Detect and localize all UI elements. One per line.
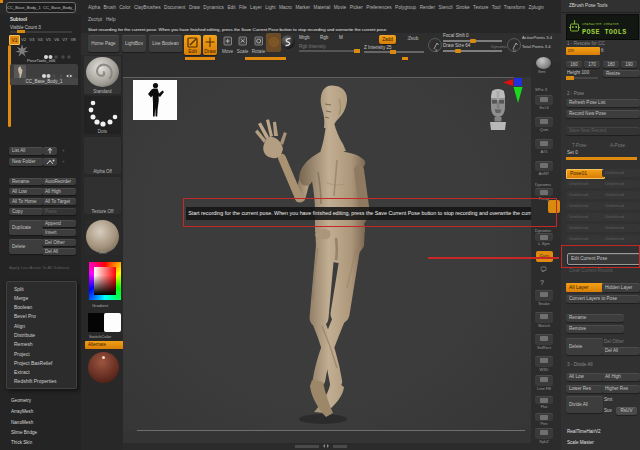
svg-text:S: S xyxy=(435,48,438,53)
svg-text:POSE TOOLS: POSE TOOLS xyxy=(582,28,627,36)
svg-text:Draw: Draw xyxy=(204,48,216,54)
svg-text:D: D xyxy=(513,48,516,53)
svg-text:Edit: Edit xyxy=(188,48,197,54)
svg-text:CHARACTER CREATOR: CHARACTER CREATOR xyxy=(582,22,620,26)
svg-text:Move: Move xyxy=(222,49,234,54)
svg-text:Scale: Scale xyxy=(237,49,249,54)
svg-text:Rotate: Rotate xyxy=(252,49,266,54)
